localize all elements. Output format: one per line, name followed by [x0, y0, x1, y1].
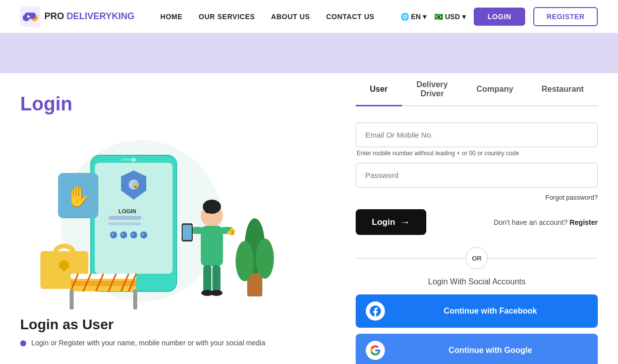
google-icon [366, 341, 385, 360]
svg-rect-29 [63, 265, 66, 271]
right-panel: User Delivery Driver Company Restaurant … [356, 73, 598, 364]
svg-point-53 [210, 290, 222, 296]
main-content: Login 🔒 ✋ LOGIN [0, 73, 618, 364]
social-heading: Login With Social Accounts [356, 277, 598, 286]
bullet-dot [20, 340, 26, 346]
svg-text:*: * [142, 233, 144, 238]
or-divider: OR [356, 247, 598, 269]
register-link[interactable]: Register [570, 218, 598, 226]
nav-home[interactable]: HOME [160, 13, 183, 21]
currency-button[interactable]: 🇧🇷 USD ▾ [434, 13, 466, 21]
svg-text:✋: ✋ [66, 184, 91, 208]
facebook-icon [366, 301, 385, 321]
no-account-text: Don't have an account? Register [493, 218, 598, 226]
svg-rect-50 [203, 265, 211, 293]
svg-rect-9 [121, 159, 136, 161]
login-button-label: Login [372, 217, 395, 227]
tab-company[interactable]: Company [463, 73, 528, 105]
nav-login-button[interactable]: LOGIN [474, 8, 526, 26]
arrow-icon: → [400, 216, 410, 228]
svg-text:LOGIN: LOGIN [119, 208, 136, 214]
illustration-area: 🔒 ✋ LOGIN * * * * [20, 125, 293, 312]
language-button[interactable]: 🌐 EN ▾ [401, 13, 426, 21]
svg-rect-32 [71, 281, 136, 286]
logo-text-delivery: DELIVERYKING [67, 11, 134, 21]
nav-register-button[interactable]: REGISTER [533, 7, 598, 26]
google-button-label: Continue with Google [393, 346, 588, 355]
login-row: Login → Don't have an account? Register [356, 209, 598, 235]
svg-rect-51 [212, 265, 220, 293]
svg-rect-17 [108, 222, 141, 225]
nav-links: HOME OUR SERVICES ABOUT US CONTACT US [160, 13, 374, 21]
svg-text:*: * [122, 233, 124, 238]
bullet-point: Login or Register with your name, mobile… [20, 339, 356, 347]
hero-banner [0, 33, 618, 73]
svg-rect-39 [70, 289, 74, 310]
email-input[interactable] [356, 123, 598, 147]
tab-restaurant[interactable]: Restaurant [527, 73, 598, 105]
google-login-button[interactable]: Continue with Google [356, 334, 598, 364]
svg-text:*: * [111, 233, 114, 238]
nav-contact[interactable]: CONTACT US [326, 13, 374, 21]
logo-icon: ▶ [20, 7, 40, 27]
login-tabs: User Delivery Driver Company Restaurant [356, 73, 598, 106]
svg-rect-49 [183, 225, 192, 240]
login-as-user-heading: Login as User [20, 317, 356, 333]
or-line-left [356, 258, 466, 259]
nav-right: 🌐 EN ▾ 🇧🇷 USD ▾ LOGIN REGISTER [401, 7, 598, 26]
svg-rect-40 [133, 289, 137, 310]
bullet-text: Login or Register with your name, mobile… [31, 339, 265, 347]
svg-rect-3 [25, 13, 35, 19]
login-illustration: 🔒 ✋ LOGIN * * * * [20, 125, 293, 312]
svg-text:👍: 👍 [226, 226, 236, 235]
tab-delivery-driver[interactable]: Delivery Driver [402, 73, 463, 105]
svg-rect-16 [108, 216, 141, 220]
svg-rect-45 [192, 227, 203, 234]
facebook-login-button[interactable]: Continue with Facebook [356, 294, 598, 328]
left-panel: Login 🔒 ✋ LOGIN [20, 73, 356, 364]
login-button[interactable]: Login → [356, 209, 426, 235]
nav-services[interactable]: OUR SERVICES [199, 13, 255, 21]
svg-rect-43 [205, 203, 209, 213]
or-line-right [488, 258, 598, 259]
facebook-button-label: Continue with Facebook [393, 307, 588, 316]
svg-point-57 [256, 238, 274, 279]
logo[interactable]: ▶ PRO DELIVERYKING [20, 7, 134, 27]
navbar: ▶ PRO DELIVERYKING HOME OUR SERVICES ABO… [0, 0, 618, 33]
email-group: Enter mobile number without leading + or… [356, 123, 598, 157]
svg-point-56 [236, 241, 254, 281]
logo-text-pro: PRO [44, 11, 64, 21]
nav-about[interactable]: ABOUT US [271, 13, 310, 21]
svg-text:🔒: 🔒 [132, 181, 139, 189]
svg-rect-44 [201, 226, 223, 266]
password-input[interactable] [356, 163, 598, 188]
password-group [356, 163, 598, 188]
svg-text:*: * [132, 233, 134, 238]
page-heading: Login [20, 83, 356, 115]
svg-text:▶: ▶ [27, 14, 31, 19]
tab-user[interactable]: User [356, 73, 402, 106]
email-hint: Enter mobile number without leading + or… [357, 150, 598, 157]
or-circle: OR [466, 247, 488, 269]
forgot-password-link[interactable]: Forgot password? [356, 194, 598, 201]
